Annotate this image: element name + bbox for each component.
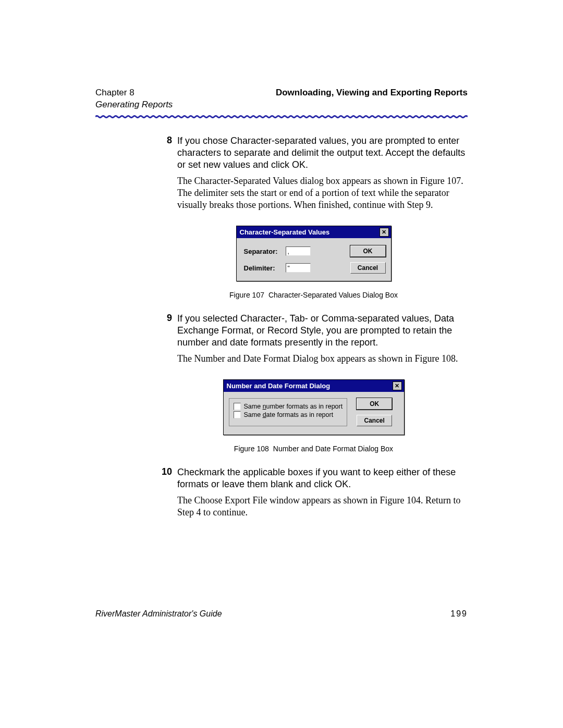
- date-format-label: Same date formats as in report: [244, 411, 334, 418]
- step-instruction: If you selected Character-, Tab- or Comm…: [177, 313, 468, 349]
- delimiter-input[interactable]: ": [286, 263, 311, 273]
- cancel-button[interactable]: Cancel: [357, 415, 392, 426]
- step-body: Checkmark the applicable boxes if you wa…: [177, 466, 468, 519]
- date-format-row: Same date formats as in report: [234, 411, 343, 418]
- dialog-title: Number and Date Format Dialog: [227, 382, 331, 390]
- step-9: 9 If you selected Character-, Tab- or Co…: [160, 313, 468, 365]
- separator-row: Separator: , OK: [244, 245, 386, 257]
- figure-caption-text: Number and Date Format Dialog Box: [273, 445, 393, 453]
- checkbox-group: Same number formats as in report Same da…: [229, 398, 348, 426]
- step-description: The Character-Separated Values dialog bo…: [177, 175, 468, 211]
- step-number: 10: [160, 466, 177, 519]
- close-icon[interactable]: ✕: [393, 381, 402, 390]
- page-footer: RiverMaster Administrator's Guide 199: [95, 609, 468, 619]
- chapter-subtitle: Generating Reports: [95, 100, 173, 110]
- header-divider: [95, 115, 468, 118]
- content-column: 8 If you chose Character-separated value…: [160, 135, 468, 519]
- chapter-label: Chapter 8: [95, 88, 173, 98]
- figure-108: Number and Date Format Dialog ✕ Same num…: [160, 379, 468, 435]
- figure-label: Figure 107: [229, 291, 264, 299]
- number-format-row: Same number formats as in report: [234, 403, 343, 410]
- dialog-titlebar: Number and Date Format Dialog ✕: [224, 380, 404, 392]
- document-page: Chapter 8 Generating Reports Downloading…: [0, 0, 563, 728]
- figure-label: Figure 108: [234, 445, 269, 453]
- step-description: The Number and Date Format Dialog box ap…: [177, 353, 468, 365]
- step-10: 10 Checkmark the applicable boxes if you…: [160, 466, 468, 519]
- button-column: OK Cancel: [357, 398, 392, 426]
- step-description: The Choose Export File window appears as…: [177, 495, 468, 519]
- delimiter-row: Delimiter: " Cancel: [244, 262, 386, 274]
- figure-caption-text: Character-Separated Values Dialog Box: [268, 291, 398, 299]
- ok-button[interactable]: OK: [357, 398, 392, 410]
- step-number: 9: [160, 313, 177, 365]
- step-number: 8: [160, 135, 177, 211]
- figure-107: Character-Separated Values ✕ Separator: …: [160, 226, 468, 281]
- number-format-label: Same number formats as in report: [244, 403, 343, 410]
- csv-dialog: Character-Separated Values ✕ Separator: …: [236, 226, 391, 281]
- dialog-titlebar: Character-Separated Values ✕: [237, 226, 391, 238]
- delimiter-label: Delimiter:: [244, 264, 286, 272]
- header-left: Chapter 8 Generating Reports: [95, 88, 173, 110]
- step-body: If you selected Character-, Tab- or Comm…: [177, 313, 468, 365]
- dialog-body: Separator: , OK Delimiter: " Cancel: [237, 238, 391, 281]
- step-instruction: Checkmark the applicable boxes if you wa…: [177, 466, 468, 490]
- cancel-button[interactable]: Cancel: [350, 262, 386, 274]
- footer-guide: RiverMaster Administrator's Guide: [95, 609, 222, 619]
- number-date-dialog: Number and Date Format Dialog ✕ Same num…: [223, 379, 405, 435]
- header-right: Downloading, Viewing and Exporting Repor…: [276, 88, 468, 110]
- step-body: If you chose Character-separated values,…: [177, 135, 468, 211]
- step-instruction: If you chose Character-separated values,…: [177, 135, 468, 171]
- separator-label: Separator:: [244, 248, 286, 255]
- step-8: 8 If you chose Character-separated value…: [160, 135, 468, 211]
- date-format-checkbox[interactable]: [234, 411, 241, 418]
- dialog-body: Same number formats as in report Same da…: [224, 392, 404, 435]
- figure-108-caption: Figure 108Number and Date Format Dialog …: [160, 445, 468, 453]
- number-format-checkbox[interactable]: [234, 403, 241, 410]
- page-number: 199: [450, 609, 468, 619]
- figure-107-caption: Figure 107Character-Separated Values Dia…: [160, 291, 468, 299]
- ok-button[interactable]: OK: [350, 245, 386, 257]
- separator-input[interactable]: ,: [286, 246, 311, 256]
- close-icon[interactable]: ✕: [380, 228, 389, 237]
- dialog-title: Character-Separated Values: [240, 228, 330, 236]
- page-header: Chapter 8 Generating Reports Downloading…: [95, 88, 468, 110]
